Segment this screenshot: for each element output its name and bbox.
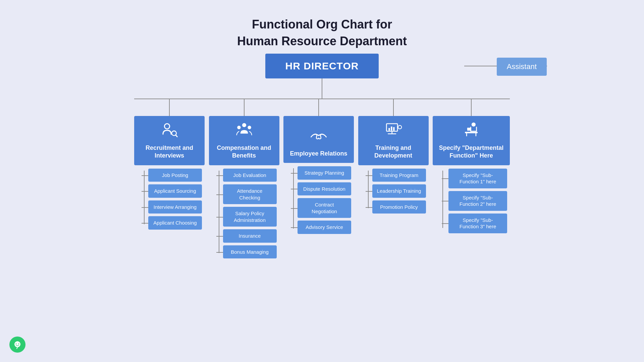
svg-point-29 [398, 125, 401, 129]
sub-promotion: Promotion Policy [372, 200, 426, 214]
sub-contract: Contract Negotiation [298, 198, 351, 218]
sub-training-prog: Training Program [372, 169, 426, 182]
handshake-icon [310, 127, 327, 146]
sub-job-eval: Job Evaluation [223, 169, 277, 182]
svg-rect-35 [467, 128, 471, 131]
svg-point-36 [14, 341, 20, 347]
svg-rect-27 [391, 127, 392, 131]
sub-attendance: Attendance Checking [223, 184, 277, 204]
svg-point-31 [472, 122, 476, 126]
dept-specify: Specify "Departmental Function" Here [433, 116, 510, 165]
sub-function-2: Specify "Sub-Function 2" here [448, 191, 507, 211]
training-icon [385, 121, 402, 141]
dept-compensation: Compensation and Benefits [209, 116, 279, 165]
dept-employee-relations: Employee Relations [283, 116, 354, 163]
sub-interview-arranging: Interview Arranging [148, 200, 202, 214]
dept-compensation-label: Compensation and Benefits [213, 144, 275, 160]
sub-job-posting: Job Posting [148, 169, 202, 182]
sub-salary: Salary Policy Administration [223, 207, 277, 227]
sub-applicant-choosing: Applicant Choosing [148, 216, 202, 230]
sub-bonus: Bonus Managing [223, 245, 277, 259]
svg-rect-28 [393, 127, 394, 130]
desk-person-icon [463, 121, 480, 141]
sub-strategy: Strategy Planning [298, 166, 351, 180]
chatbot-icon[interactable] [9, 337, 25, 353]
sub-leadership: Leadership Training [372, 184, 426, 198]
search-person-icon [161, 121, 178, 141]
svg-point-38 [18, 344, 19, 345]
assistant-box: Assistant [497, 58, 547, 76]
sub-function-1: Specify "Sub-Function 1" here [448, 169, 507, 188]
sub-insurance: Insurance [223, 229, 277, 243]
sub-dispute: Dispute Resolution [298, 182, 351, 196]
svg-point-17 [164, 124, 170, 129]
svg-point-37 [16, 344, 17, 345]
dept-training-label: Training and Development [362, 144, 425, 160]
dept-employee-relations-label: Employee Relations [290, 150, 347, 158]
svg-point-21 [237, 126, 240, 129]
svg-line-19 [176, 135, 177, 137]
director-box: HR DIRECTOR [265, 54, 379, 78]
dept-training: Training and Development [358, 116, 429, 165]
sub-advisory: Advisory Service [298, 221, 351, 234]
page-title: Functional Org Chart for Human Resource … [0, 0, 644, 50]
svg-point-20 [242, 123, 246, 127]
svg-rect-26 [388, 128, 390, 131]
sub-function-3: Specify "Sub-Function 3" here [448, 214, 507, 233]
sub-applicant-sourcing: Applicant Sourcing [148, 184, 202, 198]
dept-recruitment-label: Recruitment and Interviews [138, 144, 201, 160]
dept-recruitment: Recruitment and Interviews [134, 116, 205, 165]
svg-point-22 [248, 126, 251, 129]
dept-specify-label: Specify "Departmental Function" Here [437, 144, 506, 160]
group-icon [235, 121, 253, 141]
